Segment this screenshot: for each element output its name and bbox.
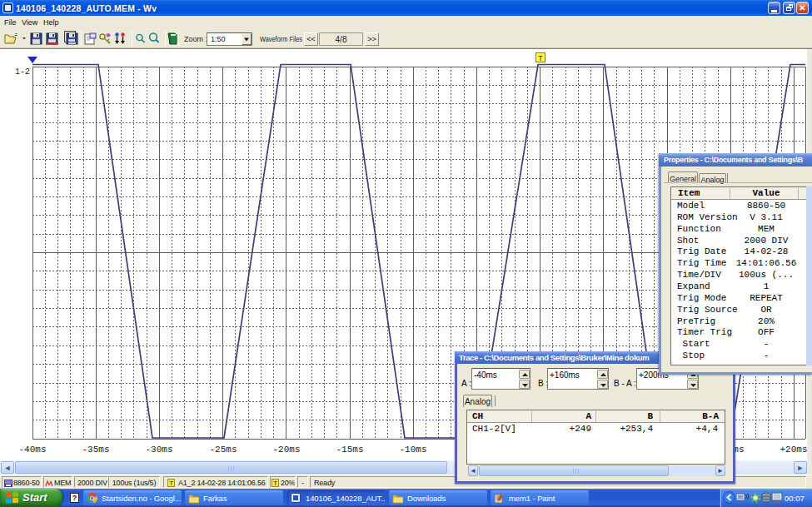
svg-text:-10ms: -10ms <box>399 445 426 455</box>
svg-text:+20ms: +20ms <box>780 445 807 455</box>
svg-text:-40ms: -40ms <box>18 445 46 455</box>
svg-text:1-2: 1-2 <box>15 67 30 77</box>
svg-text:-15ms: -15ms <box>336 445 363 455</box>
svg-text:-30ms: -30ms <box>145 445 172 455</box>
svg-text:-35ms: -35ms <box>82 445 109 455</box>
svg-text:-25ms: -25ms <box>209 445 237 455</box>
svg-text:T: T <box>538 55 543 63</box>
svg-text:-20ms: -20ms <box>272 445 300 455</box>
